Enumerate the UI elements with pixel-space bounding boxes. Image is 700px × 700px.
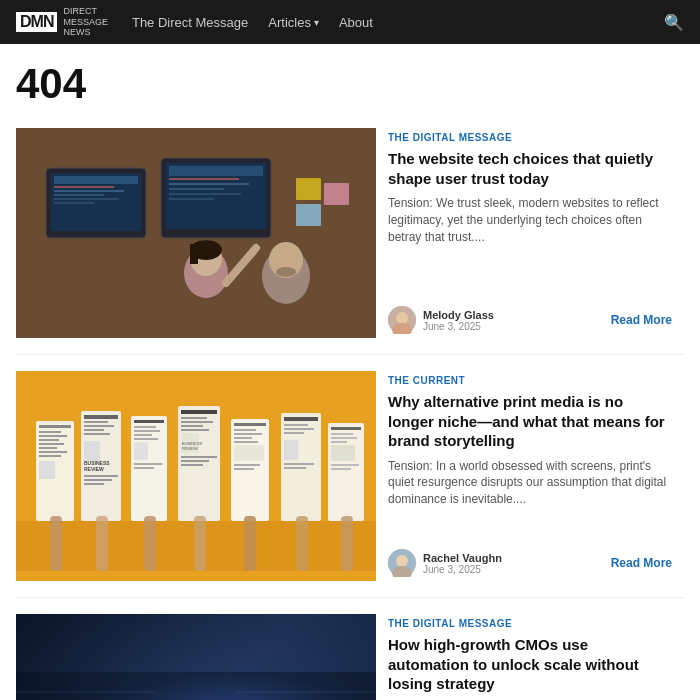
svg-rect-77 [181,456,217,458]
article-title: Why alternative print media is no longer… [388,392,672,451]
logo-box: DMN [16,12,57,32]
author-name: Rachel Vaughn [423,552,502,564]
navigation: DMN DIRECTMESSAGENEWS The Direct Message… [0,0,700,44]
svg-rect-41 [39,451,67,453]
author-info: Rachel Vaughn June 3, 2025 [388,549,502,577]
svg-rect-63 [134,438,158,440]
svg-rect-109 [16,521,376,571]
logo[interactable]: DMN DIRECTMESSAGENEWS [16,6,108,38]
svg-rect-61 [134,430,160,432]
article-card: Ai THE DIGITAL MESSAGE How high-growth C… [16,614,684,700]
article-excerpt: Tension: We trust sleek, modern websites… [388,195,672,296]
nav-item-direct[interactable]: The Direct Message [132,14,248,30]
svg-rect-113 [16,672,376,701]
search-icon: 🔍 [664,14,684,31]
svg-rect-102 [331,433,353,435]
author-info: Melody Glass June 3, 2025 [388,306,494,334]
logo-subtitle: DIRECTMESSAGENEWS [63,6,108,38]
svg-rect-73 [181,429,209,431]
article-content-3: THE DIGITAL MESSAGE How high-growth CMOs… [376,614,684,700]
article-image-print: BUSINESS REVIEW [16,371,376,581]
svg-rect-89 [234,468,254,470]
svg-text:REVIEW: REVIEW [84,466,104,472]
svg-rect-97 [284,463,314,465]
svg-rect-69 [181,410,217,414]
svg-rect-36 [39,431,61,433]
article-category: THE DIGITAL MESSAGE [388,132,672,143]
nav-link-direct[interactable]: The Direct Message [132,15,248,30]
svg-rect-60 [134,426,156,428]
svg-rect-65 [134,463,162,465]
article-meta: Melody Glass June 3, 2025 Read More [388,306,672,334]
svg-rect-64 [134,442,148,460]
svg-text:REVIEW: REVIEW [182,446,198,451]
article-meta: Rachel Vaughn June 3, 2025 Read More [388,549,672,577]
svg-rect-83 [234,429,256,431]
author-date: June 3, 2025 [423,321,494,332]
article-category: THE DIGITAL MESSAGE [388,618,672,629]
article-card: THE DIGITAL MESSAGE The website tech cho… [16,128,684,355]
search-button[interactable]: 🔍 [664,13,684,32]
svg-rect-88 [234,464,260,466]
svg-point-31 [396,312,408,324]
svg-rect-87 [234,445,264,461]
nav-item-articles[interactable]: Articles ▾ [268,14,319,30]
article-content-1: THE DIGITAL MESSAGE The website tech cho… [376,128,684,338]
svg-rect-35 [39,425,71,428]
svg-rect-66 [134,467,154,469]
svg-rect-70 [181,417,207,419]
svg-rect-103 [331,437,357,439]
svg-rect-55 [84,479,112,481]
svg-rect-85 [234,437,252,439]
page-content: 404 [0,44,700,700]
svg-rect-54 [84,475,118,477]
svg-rect-50 [84,433,110,435]
article-content-2: THE CURRENT Why alternative print media … [376,371,684,581]
svg-rect-79 [181,464,203,466]
nav-link-about[interactable]: About [339,15,373,30]
error-code: 404 [16,60,684,108]
svg-rect-105 [331,445,355,461]
avatar [388,549,416,577]
article-excerpt: Tension: In a world obsessed with screen… [388,458,672,540]
svg-rect-114 [16,672,376,701]
read-more-button[interactable]: Read More [611,556,672,570]
svg-rect-86 [234,441,258,443]
avatar [388,306,416,334]
article-image-ai: Ai [16,614,376,700]
svg-rect-78 [181,460,209,462]
svg-rect-82 [234,423,266,426]
author-name: Melody Glass [423,309,494,321]
article-title: The website tech choices that quietly sh… [388,149,672,188]
read-more-button[interactable]: Read More [611,313,672,327]
svg-rect-40 [39,447,57,449]
author-details: Rachel Vaughn June 3, 2025 [423,552,502,575]
svg-rect-92 [284,417,318,421]
svg-rect-101 [331,427,361,430]
svg-rect-42 [39,455,61,457]
svg-rect-47 [84,421,108,423]
svg-rect-98 [284,467,306,469]
svg-rect-71 [181,421,213,423]
svg-rect-94 [284,428,314,430]
nav-links: The Direct Message Articles ▾ About [132,14,664,30]
svg-point-111 [396,555,408,567]
svg-rect-49 [84,429,104,431]
svg-rect-29 [16,128,376,338]
svg-rect-72 [181,425,203,427]
svg-rect-96 [284,440,298,460]
svg-rect-84 [234,433,262,435]
svg-rect-46 [84,415,118,419]
article-title: How high-growth CMOs use automation to u… [388,635,672,694]
nav-link-articles[interactable]: Articles ▾ [268,15,319,30]
svg-rect-56 [84,483,104,485]
svg-rect-95 [284,432,304,434]
author-details: Melody Glass June 3, 2025 [423,309,494,332]
svg-rect-107 [331,468,351,470]
svg-rect-38 [39,439,59,441]
svg-rect-62 [134,434,152,436]
svg-rect-39 [39,443,64,445]
nav-item-about[interactable]: About [339,14,373,30]
svg-rect-37 [39,435,67,437]
svg-rect-59 [134,420,164,423]
